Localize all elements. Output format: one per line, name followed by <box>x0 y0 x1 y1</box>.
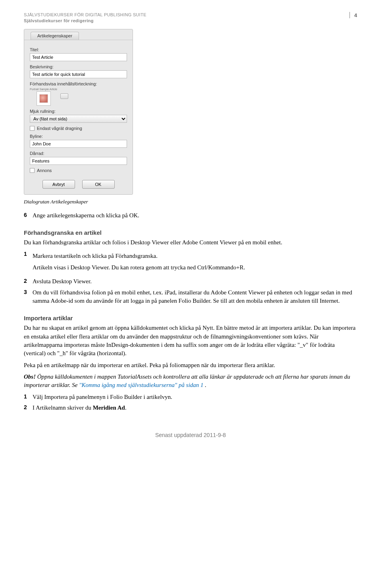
horizontal-only-checkbox[interactable] <box>30 126 35 131</box>
obs-link[interactable]: "Komma igång med självstudiekurserna" på… <box>79 382 203 388</box>
preview-step-3: 3 Om du vill förhandsvisa folion på en m… <box>24 288 357 306</box>
title-label: Titel: <box>30 47 127 52</box>
kicker-input[interactable] <box>30 157 127 165</box>
byline-input[interactable] <box>30 140 127 148</box>
preview-step-1-body: Markera testartikeln och klicka på Förha… <box>33 250 357 275</box>
import-step-2-body: I Artikelnamn skriver du Meridien Ad. <box>33 404 357 412</box>
header-title-2: Självstudiekurser för redigering <box>24 18 146 24</box>
import-step-2: 2 I Artikelnamn skriver du Meridien Ad. <box>24 404 357 412</box>
step-6: 6 Ange artikelegenskaperna och klicka på… <box>24 211 357 220</box>
thumbnail-image <box>39 94 48 103</box>
section-import-p1: Du har nu skapat en artikel genom att öp… <box>24 324 357 358</box>
dialog-caption: Dialogrutan Artikelegenskaper <box>24 199 357 205</box>
step-6-text: Ange artikelegenskaperna och klicka på O… <box>33 211 357 220</box>
cancel-button[interactable]: Avbryt <box>42 180 75 189</box>
preview-step-1a: Markera testartikeln och klicka på Förha… <box>33 252 357 260</box>
section-preview-intro: Du kan förhandsgranska artiklar och foli… <box>24 238 357 247</box>
section-import-obs: Obs! Öppna källdokumenten i mappen Tutor… <box>24 373 357 390</box>
byline-label: Byline: <box>30 134 127 139</box>
preview-step-1: 1 Markera testartikeln och klicka på För… <box>24 250 357 275</box>
preview-step-1-num: 1 <box>24 250 29 275</box>
preview-toc-label: Förhandsvisa innehållsförteckning: <box>30 81 127 86</box>
horizontal-only-row[interactable]: Endast vågrät dragning <box>30 126 127 131</box>
thumb-col: Portrait Sample Article <box>30 88 57 106</box>
smooth-scroll-select[interactable]: Av (fäst mot sida) <box>30 115 127 123</box>
description-label: Beskrivning: <box>30 64 127 69</box>
header-subtitle: Självstudiekurser för redigering <box>24 18 94 23</box>
horizontal-only-label: Endast vågrät dragning <box>37 126 82 131</box>
ad-checkbox[interactable] <box>30 168 35 173</box>
preview-step-1b: Artikeln visas i Desktop Viewer. Du kan … <box>33 263 357 272</box>
smooth-scroll-label: Mjuk rullning: <box>30 109 127 114</box>
thumb-label: Portrait Sample Article <box>30 88 57 91</box>
body-text: 6 Ange artikelegenskaperna och klicka på… <box>24 211 357 412</box>
preview-step-2: 2 Avsluta Desktop Viewer. <box>24 277 357 286</box>
import-step-2a: I Artikelnamn skriver du <box>33 404 93 411</box>
kicker-label: Dårrad: <box>30 151 127 156</box>
import-step-2c: . <box>125 404 127 411</box>
article-properties-dialog: Artikelegenskaper Titel: Beskrivning: Fö… <box>24 29 133 195</box>
dialog-buttons: Avbryt OK <box>30 180 127 189</box>
preview-step-2-num: 2 <box>24 277 29 286</box>
page-number-box: 4 <box>349 12 357 18</box>
section-import-p2: Peka på en artikelmapp när du importerar… <box>24 361 357 369</box>
dialog-body: Titel: Beskrivning: Förhandsvisa innehål… <box>24 40 133 189</box>
step-6-num: 6 <box>24 211 29 220</box>
preview-step-3-num: 3 <box>24 288 29 306</box>
page-number-rule <box>349 12 350 18</box>
section-preview-head: Förhandsgranska en artikel <box>24 228 357 237</box>
obs-tail: . <box>205 382 206 388</box>
header-left: SJÄLVSTUDIEKURSER FÖR DIGITAL PUBLISHING… <box>24 12 146 24</box>
toc-thumbnail[interactable] <box>37 91 51 106</box>
page-header: SJÄLVSTUDIEKURSER FÖR DIGITAL PUBLISHING… <box>24 12 357 24</box>
ok-button[interactable]: OK <box>82 180 115 189</box>
thumb-row: Portrait Sample Article <box>30 88 127 106</box>
import-step-1-body: Välj Importera på panelmenyn i Folio Bui… <box>33 393 357 401</box>
section-import-head: Importera artiklar <box>24 314 357 322</box>
import-step-2-num: 2 <box>24 404 29 412</box>
import-step-1-num: 1 <box>24 393 29 401</box>
ad-row[interactable]: Annons <box>30 168 127 173</box>
dialog-tab[interactable]: Artikelegenskaper <box>31 32 79 40</box>
ad-label: Annons <box>37 168 52 173</box>
folder-icon[interactable] <box>60 93 68 99</box>
import-step-1: 1 Välj Importera på panelmenyn i Folio B… <box>24 393 357 401</box>
preview-step-2-body: Avsluta Desktop Viewer. <box>33 277 357 286</box>
page-footer: Senast uppdaterad 2011-9-8 <box>24 432 357 438</box>
page-number: 4 <box>354 12 357 18</box>
import-step-2b: Meridien Ad <box>93 404 125 411</box>
obs-label: Obs! <box>24 373 36 380</box>
description-input[interactable] <box>30 70 127 78</box>
preview-step-3-body: Om du vill förhandsvisa folion på en mob… <box>33 288 357 306</box>
title-input[interactable] <box>30 53 127 61</box>
header-title-1: SJÄLVSTUDIEKURSER FÖR DIGITAL PUBLISHING… <box>24 12 146 18</box>
